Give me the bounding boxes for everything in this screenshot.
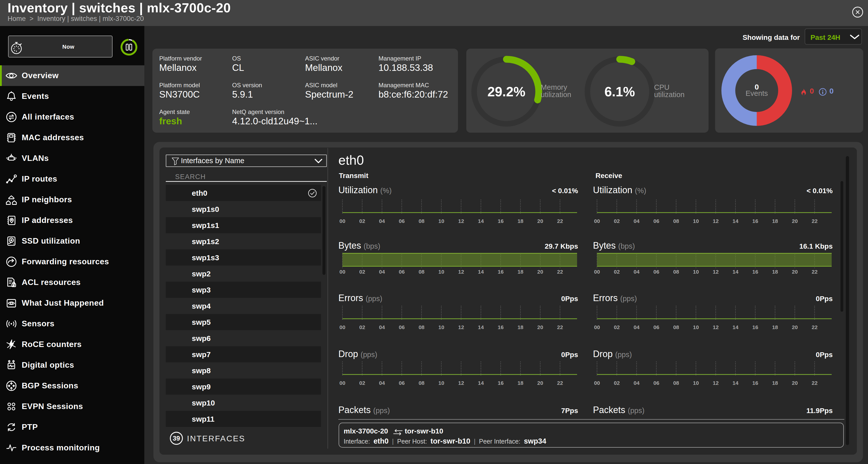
svg-text:10: 10 <box>438 218 444 224</box>
svg-text:16: 16 <box>752 380 758 386</box>
svg-text:10: 10 <box>693 380 699 386</box>
svg-text:08: 08 <box>673 269 679 275</box>
svg-text:02: 02 <box>614 269 620 275</box>
svg-text:22: 22 <box>812 218 817 224</box>
svg-text:18: 18 <box>772 269 778 275</box>
svg-text:00: 00 <box>339 218 345 224</box>
svg-text:00: 00 <box>594 380 600 386</box>
svg-text:08: 08 <box>418 269 425 275</box>
svg-text:04: 04 <box>379 324 385 330</box>
svg-text:08: 08 <box>673 380 679 386</box>
svg-text:22: 22 <box>557 324 563 330</box>
svg-text:06: 06 <box>399 324 405 330</box>
svg-text:02: 02 <box>359 380 365 386</box>
svg-text:12: 12 <box>713 324 719 330</box>
svg-text:20: 20 <box>792 269 798 275</box>
svg-text:02: 02 <box>359 324 365 330</box>
svg-text:02: 02 <box>614 324 620 330</box>
svg-text:10: 10 <box>438 324 444 330</box>
svg-text:00: 00 <box>594 269 600 275</box>
svg-text:16: 16 <box>498 218 504 224</box>
svg-text:02: 02 <box>614 218 620 224</box>
svg-text:22: 22 <box>812 380 817 386</box>
svg-text:08: 08 <box>418 380 425 386</box>
svg-text:04: 04 <box>379 380 385 386</box>
svg-text:20: 20 <box>537 218 543 224</box>
svg-text:00: 00 <box>339 380 345 386</box>
svg-text:06: 06 <box>653 269 659 275</box>
svg-text:00: 00 <box>594 324 600 330</box>
svg-text:16: 16 <box>498 324 504 330</box>
svg-text:06: 06 <box>653 380 659 386</box>
svg-text:18: 18 <box>518 218 524 224</box>
svg-text:20: 20 <box>537 380 543 386</box>
svg-text:10: 10 <box>693 324 699 330</box>
svg-text:12: 12 <box>458 324 464 330</box>
svg-text:16: 16 <box>752 218 758 224</box>
svg-text:04: 04 <box>633 380 640 386</box>
svg-text:39: 39 <box>173 434 180 442</box>
svg-text:02: 02 <box>359 269 365 275</box>
svg-text:18: 18 <box>518 380 524 386</box>
svg-text:04: 04 <box>379 269 385 275</box>
svg-text:06: 06 <box>653 324 659 330</box>
svg-text:20: 20 <box>537 269 543 275</box>
svg-text:22: 22 <box>557 218 563 224</box>
svg-text:08: 08 <box>418 324 425 330</box>
svg-text:04: 04 <box>633 269 640 275</box>
svg-text:00: 00 <box>339 324 345 330</box>
svg-text:06: 06 <box>653 218 659 224</box>
svg-text:18: 18 <box>518 324 524 330</box>
svg-text:08: 08 <box>673 324 679 330</box>
svg-text:14: 14 <box>478 324 484 330</box>
svg-text:16: 16 <box>498 269 504 275</box>
svg-text:14: 14 <box>478 218 484 224</box>
svg-text:06: 06 <box>399 269 405 275</box>
svg-text:14: 14 <box>733 218 739 224</box>
svg-text:04: 04 <box>633 324 640 330</box>
svg-text:12: 12 <box>713 218 719 224</box>
svg-text:04: 04 <box>633 218 640 224</box>
svg-text:00: 00 <box>594 218 600 224</box>
svg-text:14: 14 <box>733 324 739 330</box>
svg-text:16: 16 <box>752 269 758 275</box>
svg-text:18: 18 <box>772 324 778 330</box>
svg-text:12: 12 <box>713 380 719 386</box>
svg-text:20: 20 <box>792 218 798 224</box>
svg-text:20: 20 <box>537 324 543 330</box>
svg-text:06: 06 <box>399 218 405 224</box>
svg-text:14: 14 <box>733 380 739 386</box>
svg-text:18: 18 <box>772 218 778 224</box>
svg-text:08: 08 <box>418 218 425 224</box>
svg-text:08: 08 <box>673 218 679 224</box>
svg-text:10: 10 <box>693 269 699 275</box>
svg-text:22: 22 <box>812 324 817 330</box>
svg-text:18: 18 <box>518 269 524 275</box>
svg-text:22: 22 <box>812 269 817 275</box>
svg-text:02: 02 <box>614 380 620 386</box>
svg-text:14: 14 <box>478 380 484 386</box>
svg-text:12: 12 <box>458 269 464 275</box>
svg-text:06: 06 <box>399 380 405 386</box>
svg-text:12: 12 <box>458 218 464 224</box>
svg-text:22: 22 <box>557 380 563 386</box>
svg-text:22: 22 <box>557 269 563 275</box>
svg-text:14: 14 <box>478 269 484 275</box>
svg-text:10: 10 <box>693 218 699 224</box>
svg-text:10: 10 <box>438 380 444 386</box>
svg-text:14: 14 <box>733 269 739 275</box>
svg-text:02: 02 <box>359 218 365 224</box>
svg-text:12: 12 <box>458 380 464 386</box>
svg-text:20: 20 <box>792 324 798 330</box>
svg-text:16: 16 <box>752 324 758 330</box>
svg-text:16: 16 <box>498 380 504 386</box>
svg-text:04: 04 <box>379 218 385 224</box>
svg-text:10: 10 <box>438 269 444 275</box>
svg-text:18: 18 <box>772 380 778 386</box>
svg-text:00: 00 <box>339 269 345 275</box>
svg-text:12: 12 <box>713 269 719 275</box>
svg-text:20: 20 <box>792 380 798 386</box>
